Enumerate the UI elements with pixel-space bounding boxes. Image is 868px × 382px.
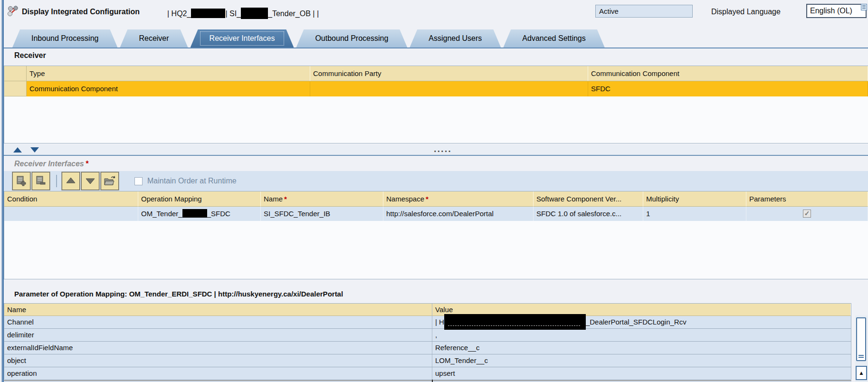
om-prefix: OM_Tender_ xyxy=(141,210,182,218)
parameter-table: Name Value Channel | H_DealerPortal_SFDC… xyxy=(4,303,851,380)
integrated-configuration-icon xyxy=(7,5,19,19)
scrollbar-thumb[interactable] xyxy=(856,317,866,361)
cell-software-component-version: SFDC 1.0 of salesforce.c... xyxy=(534,207,643,221)
cell-parameter-value: | H_DealerPortal_SFDCLogin_Rcv xyxy=(432,316,851,328)
row-selector-header xyxy=(4,66,27,81)
cell-parameter-name: externalIdFieldName xyxy=(4,342,432,354)
required-mark: * xyxy=(426,195,429,203)
page-title: Display Integrated Configuration xyxy=(22,8,140,16)
clipped-column-divider xyxy=(432,380,433,382)
parameter-row-channel[interactable]: Channel | H_DealerPortal_SFDCLogin_Rcv xyxy=(4,316,851,329)
channel-value-suffix: _DealerPortal_SFDCLogin_Rcv xyxy=(586,318,687,326)
scrollbar-thumb-grip xyxy=(858,355,864,359)
parameter-row-delimiter[interactable]: delimiter , xyxy=(4,329,851,342)
cell-parameter-name: operation xyxy=(4,367,432,380)
move-up-icon xyxy=(65,175,77,187)
col-parameter-name: Name xyxy=(4,304,432,316)
collapse-up-icon[interactable] xyxy=(13,147,22,153)
path-segment: | SI_ xyxy=(225,10,241,18)
splitter-drag-handle[interactable]: ..... xyxy=(434,143,452,154)
receiver-row-selected[interactable]: Communication Component SFDC xyxy=(4,81,868,96)
tab-label: Assigned Users xyxy=(429,34,482,42)
parameter-table-header: Name Value xyxy=(4,304,851,316)
maintain-order-label: Maintain Order at Runtime xyxy=(147,177,237,185)
col-communication-component: Communication Component xyxy=(588,66,868,81)
tab-assigned-users[interactable]: Assigned Users xyxy=(410,29,501,48)
toolbar-separator xyxy=(56,175,57,187)
col-name: Name* xyxy=(261,191,383,207)
insert-row-button[interactable] xyxy=(12,172,30,190)
pane-splitter[interactable]: ..... xyxy=(4,144,868,156)
language-value: English (OL) xyxy=(810,7,852,15)
cell-operation-mapping: OM_Tender__SFDC xyxy=(138,207,261,221)
tab-receiver-interfaces[interactable]: Receiver Interfaces xyxy=(191,29,294,48)
parameter-row-object[interactable]: object LOM_Tender__c xyxy=(4,354,851,367)
tab-inbound-processing[interactable]: Inbound Processing xyxy=(12,29,117,48)
redaction-box xyxy=(182,209,207,218)
dropdown-list-icon[interactable] xyxy=(861,4,867,10)
col-namespace: Namespace* xyxy=(383,191,534,207)
redaction-box xyxy=(191,9,225,18)
cell-parameter-name: Channel xyxy=(4,316,432,328)
delete-row-button[interactable] xyxy=(32,172,50,190)
cell-multiplicity: 1 xyxy=(643,207,746,221)
tab-outbound-processing[interactable]: Outbound Processing xyxy=(296,29,407,48)
path-segment: | HQ2_ xyxy=(167,10,191,18)
tab-label: Inbound Processing xyxy=(31,34,98,42)
cell-parameters: ✓ xyxy=(746,207,868,221)
receiver-interfaces-empty-area xyxy=(4,221,868,279)
move-down-button[interactable] xyxy=(81,172,99,190)
delete-row-icon xyxy=(35,175,47,187)
cell-parameter-name: delimiter xyxy=(4,329,432,341)
tab-strip: Inbound Processing Receiver Receiver Int… xyxy=(12,29,605,48)
displayed-language-label: Displayed Language xyxy=(711,8,781,16)
col-label: Namespace xyxy=(386,195,424,203)
open-object-button[interactable] xyxy=(101,172,119,190)
cell-namespace: http://salesforce.com/DealerPortal xyxy=(383,207,534,221)
cell-communication-component: SFDC xyxy=(588,81,868,96)
cell-parameter-value: upsert xyxy=(432,367,851,380)
col-condition: Condition xyxy=(4,191,138,207)
col-communication-party: Communication Party xyxy=(310,66,588,81)
channel-value-prefix: | H xyxy=(435,318,444,326)
col-software-component-version: Software Component Ver... xyxy=(534,191,643,207)
col-type: Type xyxy=(27,66,310,81)
col-label: Name xyxy=(264,195,283,203)
cell-parameter-value: Reference__c xyxy=(432,342,851,354)
receiver-interfaces-header: Condition Operation Mapping Name* Namesp… xyxy=(4,191,868,207)
collapse-down-icon[interactable] xyxy=(30,147,39,153)
cell-name: SI_SFDC_Tender_IB xyxy=(261,207,383,221)
tab-label: Outbound Processing xyxy=(315,34,388,42)
move-up-button[interactable] xyxy=(62,172,80,190)
open-folder-icon xyxy=(103,175,116,187)
insert-row-icon xyxy=(15,175,28,187)
scroll-up-button[interactable]: ▲ xyxy=(856,366,867,380)
receiver-table: Type Communication Party Communication C… xyxy=(4,66,868,143)
parameter-row-operation[interactable]: operation upsert xyxy=(4,367,851,380)
receiver-interface-row[interactable]: OM_Tender__SFDC SI_SFDC_Tender_IB http:/… xyxy=(4,207,868,221)
om-suffix: _SFDC xyxy=(207,210,230,218)
col-multiplicity: Multiplicity xyxy=(643,191,746,207)
language-dropdown[interactable]: English (OL) xyxy=(806,4,867,18)
cell-type: Communication Component xyxy=(27,81,310,96)
receiver-section-title: Receiver xyxy=(14,51,46,60)
receiver-interfaces-section-title: Receiver Interfaces* xyxy=(14,160,88,168)
cell-condition xyxy=(4,207,138,221)
cell-parameter-value: LOM_Tender__c xyxy=(432,354,851,367)
parameter-table-scrollbar[interactable]: ▲ xyxy=(855,315,868,382)
parameters-checkbox-checked[interactable]: ✓ xyxy=(803,210,811,218)
left-rail-accent xyxy=(2,0,4,382)
maintain-order-checkbox[interactable] xyxy=(134,177,143,185)
tab-receiver[interactable]: Receiver xyxy=(120,29,188,48)
receiver-table-header: Type Communication Party Communication C… xyxy=(4,66,868,81)
move-down-icon xyxy=(84,175,96,187)
cell-parameter-name: object xyxy=(4,354,432,367)
status-field: Active xyxy=(595,5,693,18)
parameter-row-externalidfieldname[interactable]: externalIdFieldName Reference__c xyxy=(4,342,851,354)
clipped-next-row xyxy=(4,380,851,382)
tab-focus-outline xyxy=(200,31,285,46)
tab-advanced-settings[interactable]: Advanced Settings xyxy=(503,29,604,48)
cell-parameter-value: , xyxy=(432,329,851,341)
object-key-path: | HQ2_| SI__Tender_OB | | xyxy=(167,8,319,19)
row-selector-cell[interactable] xyxy=(4,81,27,96)
